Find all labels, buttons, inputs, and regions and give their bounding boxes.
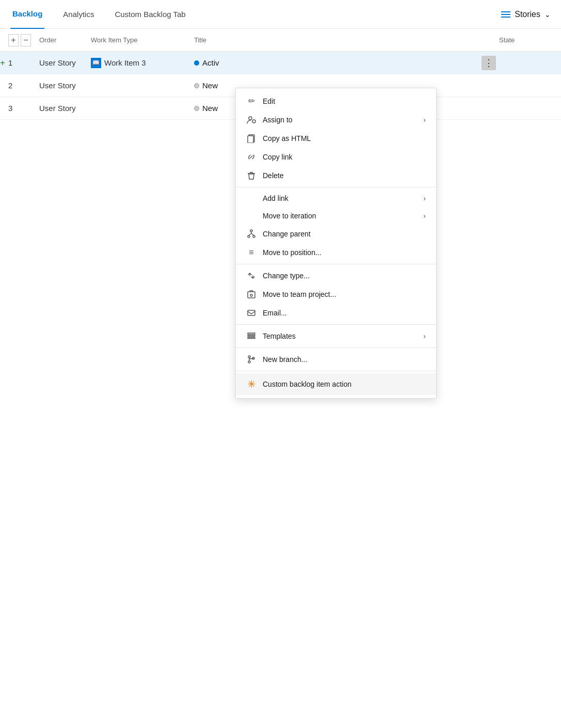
submenu-arrow-icon: ›	[423, 116, 426, 124]
copy-link-icon	[246, 152, 257, 162]
menu-item-email[interactable]: Email...	[236, 304, 436, 322]
svg-point-1	[252, 120, 255, 123]
menu-item-copy-html[interactable]: Copy as HTML	[236, 129, 436, 148]
submenu-arrow-icon: ›	[423, 212, 426, 220]
menu-item-custom-action[interactable]: ✳ Custom backlog item action	[236, 373, 436, 395]
menu-label-move-iteration: Move to iteration	[263, 212, 417, 220]
menu-item-templates[interactable]: Templates ›	[236, 327, 436, 345]
row-work-item-type: User Story	[35, 104, 87, 113]
menu-label-custom-action: Custom backlog item action	[263, 380, 426, 388]
menu-item-move-project[interactable]: Move to team project...	[236, 285, 436, 304]
nav-right: Stories ⌄	[501, 10, 551, 19]
tab-analytics[interactable]: Analytics	[61, 0, 96, 29]
row-title: 📖 Work Item 3	[87, 58, 190, 68]
menu-label-move-project: Move to team project...	[263, 290, 426, 298]
menu-label-copy-html: Copy as HTML	[263, 134, 426, 143]
separator	[236, 347, 436, 348]
svg-point-10	[250, 294, 252, 296]
svg-rect-9	[248, 292, 255, 298]
move-project-icon	[246, 290, 257, 299]
copy-html-icon	[246, 134, 257, 143]
menu-label-email: Email...	[263, 309, 426, 317]
edit-icon: ✏	[246, 96, 257, 106]
menu-label-copy-link: Copy link	[263, 153, 426, 161]
chevron-down-icon[interactable]: ⌄	[544, 10, 551, 19]
remove-button[interactable]: −	[21, 34, 31, 46]
assign-icon	[246, 115, 257, 124]
menu-item-edit[interactable]: ✏ Edit	[236, 91, 436, 110]
row-title-text: Work Item 3	[104, 58, 146, 67]
svg-rect-12	[248, 333, 255, 335]
svg-rect-5	[250, 172, 253, 173]
svg-rect-14	[248, 338, 255, 339]
tab-custom-backlog[interactable]: Custom Backlog Tab	[113, 0, 187, 29]
menu-item-copy-link[interactable]: Copy link	[236, 148, 436, 166]
work-item-icon: 📖	[91, 58, 101, 68]
more-options-button[interactable]: ⋮	[482, 56, 496, 70]
change-type-icon	[246, 271, 257, 280]
stories-label[interactable]: Stories	[515, 10, 540, 19]
menu-item-new-branch[interactable]: New branch...	[236, 350, 436, 369]
submenu-arrow-icon: ›	[423, 332, 426, 340]
state-label: New	[202, 81, 218, 90]
separator	[236, 324, 436, 325]
templates-icon	[246, 331, 257, 341]
table-row[interactable]: + 1 User Story 📖 Work Item 3 ⋮ Activ	[0, 52, 561, 74]
hamburger-icon[interactable]	[501, 11, 510, 18]
add-remove-buttons: + −	[4, 34, 35, 46]
tab-backlog[interactable]: Backlog	[10, 0, 44, 29]
new-branch-icon	[246, 355, 257, 364]
menu-label-assign-to: Assign to	[263, 116, 417, 124]
work-item-type-column-header: Work Item Type	[87, 36, 190, 44]
top-nav: Backlog Analytics Custom Backlog Tab Sto…	[0, 0, 561, 29]
row-order: 1	[4, 58, 35, 67]
menu-item-delete[interactable]: Delete	[236, 166, 436, 185]
change-parent-icon	[246, 229, 257, 239]
menu-item-add-link[interactable]: Add link ›	[236, 189, 436, 207]
svg-rect-11	[248, 310, 255, 315]
submenu-arrow-icon: ›	[423, 194, 426, 202]
table-header: + − Order Work Item Type Title State	[0, 29, 561, 52]
menu-item-assign-to[interactable]: Assign to ›	[236, 110, 436, 129]
menu-label-new-branch: New branch...	[263, 355, 426, 363]
menu-item-change-parent[interactable]: Change parent	[236, 225, 436, 243]
menu-label-delete: Delete	[263, 171, 426, 180]
row-work-item-type: User Story	[35, 58, 87, 67]
order-column-header: Order	[35, 36, 87, 44]
row-order: 2	[4, 81, 35, 90]
title-column-header: Title	[190, 36, 495, 44]
state-label: Activ	[202, 58, 219, 67]
drag-handle[interactable]: +	[0, 52, 3, 74]
custom-action-icon: ✳	[246, 378, 257, 390]
separator	[236, 371, 436, 371]
state-column-header: State	[495, 36, 557, 44]
svg-point-0	[249, 117, 252, 120]
state-dot-new	[194, 106, 199, 111]
drag-handle	[0, 97, 3, 119]
menu-label-add-link: Add link	[263, 194, 417, 202]
state-dot-new	[194, 83, 199, 88]
row-order: 3	[4, 104, 35, 113]
row-work-item-type: User Story	[35, 81, 87, 90]
context-menu-wrapper: ✏ Edit Assign to › Copy a	[235, 88, 437, 399]
menu-item-move-position[interactable]: ≡ Move to position...	[236, 243, 436, 262]
svg-rect-3	[248, 136, 253, 143]
menu-item-change-type[interactable]: Change type...	[236, 266, 436, 285]
delete-icon	[246, 171, 257, 180]
row-add-icon: +	[0, 58, 5, 68]
svg-rect-13	[248, 336, 255, 337]
separator	[236, 264, 436, 264]
menu-item-move-iteration[interactable]: Move to iteration ›	[236, 207, 436, 225]
add-button[interactable]: +	[8, 34, 19, 46]
menu-label-edit: Edit	[263, 97, 426, 105]
email-icon	[246, 308, 257, 318]
context-menu: ✏ Edit Assign to › Copy a	[235, 88, 437, 399]
move-position-icon: ≡	[246, 248, 257, 257]
drag-handle	[0, 74, 3, 97]
menu-label-change-parent: Change parent	[263, 230, 426, 238]
menu-label-move-position: Move to position...	[263, 248, 426, 257]
menu-label-templates: Templates	[263, 332, 417, 340]
separator	[236, 187, 436, 187]
state-label: New	[202, 104, 218, 113]
row-state: Activ	[190, 58, 495, 67]
